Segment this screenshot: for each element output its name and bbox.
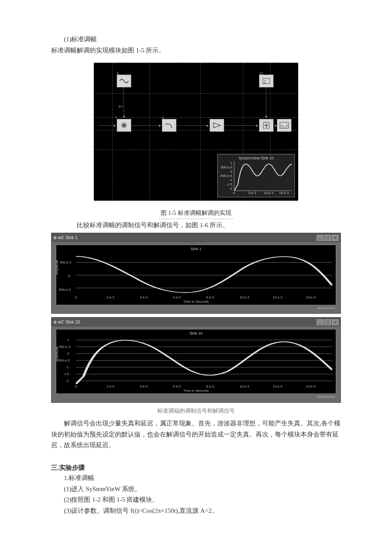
yt20: 1 bbox=[67, 337, 69, 343]
yt25: -1.5 bbox=[63, 371, 69, 377]
xt17: 14.e-3 bbox=[306, 295, 316, 301]
block-amp bbox=[210, 119, 224, 132]
max-icon[interactable]: □ bbox=[324, 319, 331, 325]
ylabel-1: Amplitude bbox=[54, 260, 60, 275]
arrow-9-amp bbox=[177, 124, 209, 127]
window-buttons: _□× bbox=[316, 234, 339, 241]
window-buttons-2: _□× bbox=[316, 318, 339, 326]
caption-1-5: 图 1-5 标准调幅解调的实现 bbox=[51, 208, 341, 220]
inset-y6: -2 bbox=[219, 186, 232, 192]
step-1-2: (2)按照图 1-2 和图 1-5 搭建模块。 bbox=[51, 494, 341, 506]
caption-1-6: 标准调福的调制信号和解调信号 bbox=[51, 406, 341, 416]
arrow-amp-add bbox=[225, 124, 258, 127]
xt25: 10.e-3 bbox=[239, 384, 249, 390]
xt10: 0 bbox=[75, 295, 77, 301]
window-sink-10: ⊕ w2: Sink 10 _□× Sink 10 Amplitude Time… bbox=[51, 317, 341, 403]
arrow-12-to-add bbox=[265, 87, 268, 118]
step-1: 1.标准调幅 bbox=[51, 473, 341, 484]
step-1-1: (1)进入 SyStemVieW 系统。 bbox=[51, 484, 341, 495]
title-sink-10: w2: Sink 10 bbox=[58, 320, 80, 324]
arrow-add-sink bbox=[274, 124, 277, 127]
brand-1: SystemView bbox=[56, 305, 336, 312]
xt27: 14.e-3 bbox=[306, 384, 316, 390]
brand-2: SystemView bbox=[56, 394, 336, 401]
block-diagram: 8 12 8> 7 9 bbox=[94, 63, 298, 201]
inset-x1: 5.e-3 bbox=[248, 190, 256, 196]
inset-x0: 0 bbox=[233, 190, 235, 196]
title-sink-1: w0: Sink 1 bbox=[58, 235, 78, 240]
yt11: 0 bbox=[68, 273, 70, 279]
xlabel-1: Time in Seconds bbox=[56, 299, 336, 305]
yt22: 0 bbox=[67, 351, 69, 357]
xlabel-10: Time in Seconds bbox=[56, 388, 336, 394]
xt15: 10.e-3 bbox=[239, 295, 249, 301]
page: (1)标准调幅 标准调幅解调的实现模块如图 1-5 所示。 8 12 8> bbox=[0, 0, 392, 542]
figure-1-6: ⊕ w0: Sink 1 _□× Sink 1 Amplitude Time i… bbox=[51, 233, 341, 403]
xt26: 12.e-3 bbox=[273, 384, 282, 390]
block-adder bbox=[259, 119, 274, 132]
xt12: 4.e-3 bbox=[140, 295, 147, 301]
caption-1-5-text: 图 1-5 标准调幅解调的实现 bbox=[159, 208, 233, 220]
step-1-3: (3)设计参数。调制信号 f(t)=Cos(2π×150t),直流源 A=2。 bbox=[51, 506, 341, 517]
window-sink-1: ⊕ w0: Sink 1 _□× Sink 1 Amplitude Time i… bbox=[51, 233, 341, 314]
block-8-source bbox=[117, 75, 131, 87]
plot-sink-10: Sink 10 Amplitude Time in Seconds 1 500.… bbox=[56, 329, 336, 394]
yt10: 500.e-3 bbox=[60, 260, 71, 266]
arrow-7-9 bbox=[132, 124, 161, 127]
block-9-filter bbox=[162, 119, 176, 132]
max-icon[interactable]: □ bbox=[324, 235, 331, 241]
xt24: 8.e-3 bbox=[206, 384, 214, 390]
block-sink bbox=[277, 119, 291, 132]
para-1a: (1)标准调幅 bbox=[51, 34, 341, 45]
xt20: 0 bbox=[75, 384, 77, 390]
xt16: 12.e-3 bbox=[273, 295, 282, 301]
arrow-8-to-7 bbox=[123, 87, 125, 118]
curve-sink-1 bbox=[76, 253, 332, 295]
close-icon[interactable]: × bbox=[332, 235, 339, 241]
marker-8: 8> bbox=[118, 104, 123, 110]
close-icon[interactable]: × bbox=[332, 319, 339, 325]
block-7-multiplier bbox=[117, 119, 131, 132]
yt24: -1 bbox=[66, 364, 69, 370]
curve-sink-10 bbox=[76, 337, 332, 384]
heading-steps: 三.实验步骤 bbox=[51, 462, 341, 473]
xt14: 8.e-3 bbox=[206, 295, 214, 301]
svg-rect-0 bbox=[263, 78, 270, 84]
inset-x3: 15.e-3 bbox=[279, 190, 289, 196]
yt21: 500.e-3 bbox=[59, 344, 70, 350]
plot-title-1: Sink 1 bbox=[56, 246, 336, 252]
xt23: 6.e-3 bbox=[173, 384, 181, 390]
min-icon[interactable]: _ bbox=[317, 235, 323, 241]
block-12 bbox=[259, 75, 274, 87]
inset-sink-10: SystemView Sink 10 1 500.e-3 0 -500.e-3 … bbox=[217, 154, 295, 197]
xt11: 2.e-3 bbox=[107, 295, 114, 301]
para-1b: 标准调幅解调的实现模块如图 1-5 所示。 bbox=[51, 45, 341, 56]
min-icon[interactable]: _ bbox=[317, 319, 323, 325]
xt13: 6.e-3 bbox=[173, 295, 181, 301]
xt21: 2.e-3 bbox=[107, 384, 114, 390]
yt26: -2 bbox=[66, 378, 69, 384]
yt23: -500.e-3 bbox=[57, 358, 70, 364]
plot-title-10: Sink 10 bbox=[56, 330, 336, 337]
yt12: -500.e-3 bbox=[58, 287, 71, 293]
titlebar-sink-10: ⊕ w2: Sink 10 _□× bbox=[52, 318, 340, 327]
para-2: 比较标准调幅的调制信号和解调信号，如图 1-6 所示。 bbox=[51, 220, 341, 231]
figure-1-5: 8 12 8> 7 9 bbox=[51, 63, 341, 205]
arrow-in-7 bbox=[98, 124, 116, 127]
titlebar-sink-1: ⊕ w0: Sink 1 _□× bbox=[52, 233, 340, 242]
plot-sink-1: Sink 1 Amplitude Time in Seconds 500.e-3… bbox=[56, 245, 336, 305]
para-3: 解调信号会出现少量失真和延迟，属正常现象。首先，游波器非理想，可能产生失真。其次… bbox=[51, 418, 341, 451]
inset-x2: 10.e-3 bbox=[264, 190, 274, 196]
xt22: 4.e-3 bbox=[140, 384, 147, 390]
